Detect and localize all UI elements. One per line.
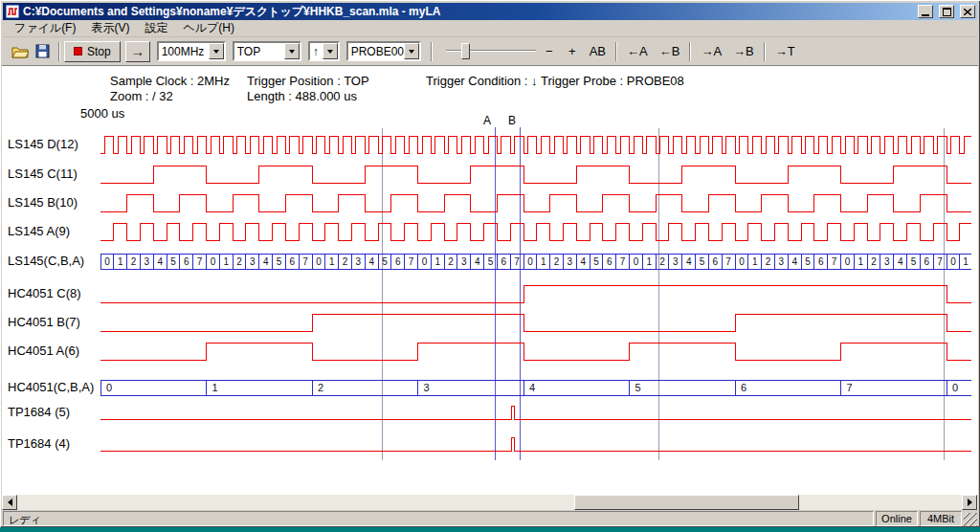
status-online: Online (876, 511, 918, 526)
bus-value: 2 (236, 256, 242, 267)
bus-value: 0 (845, 256, 851, 267)
bus-value: 1 (434, 256, 440, 267)
bus-value: 3 (145, 256, 150, 267)
waveform-plot[interactable]: AB01234567012345670123456701234567012345… (0, 0, 980, 495)
bus-value: 3 (779, 256, 785, 267)
bus-value: 4 (475, 256, 480, 267)
bus-value: 1 (118, 256, 123, 267)
arrow-right-icon (968, 499, 972, 506)
bus-value: 6 (741, 382, 746, 393)
bus-value: 3 (884, 256, 890, 267)
bus-value: 1 (329, 256, 335, 267)
bus-value: 5 (700, 256, 705, 267)
arrow-left-icon (8, 499, 12, 506)
scroll-left-button[interactable] (2, 495, 17, 510)
bus-value: 5 (635, 382, 641, 393)
bus-value: 5 (593, 256, 599, 267)
bus-value: 7 (197, 256, 203, 267)
bus-value: 5 (911, 256, 917, 267)
resize-grip[interactable] (964, 513, 977, 526)
bus-value: 0 (106, 382, 112, 393)
cursor-a-label: A (483, 114, 491, 127)
bus-value: 0 (422, 256, 428, 267)
waveform-hc4051-a-6 (100, 343, 971, 360)
bus-value: 2 (318, 382, 323, 393)
bus-value: 6 (818, 256, 824, 267)
bus-value: 3 (356, 256, 362, 267)
bus-value: 7 (832, 256, 837, 267)
waveform-tp1684-5 (100, 406, 971, 419)
status-message: レディ (3, 511, 874, 526)
bus-value: 0 (527, 256, 533, 267)
waveform-ls145-b-10 (100, 194, 971, 211)
bus-value: 2 (871, 256, 877, 267)
bus-value: 1 (963, 256, 969, 267)
bus-value: 4 (898, 256, 903, 267)
bus-value: 0 (211, 256, 216, 267)
waveform-ls145-d-12 (100, 136, 971, 153)
bus-value: 3 (568, 256, 573, 267)
waveform-hc4051-c-8 (100, 285, 971, 302)
bus-value: 7 (847, 382, 853, 393)
bus-value: 4 (368, 256, 374, 267)
bus-value: 1 (223, 256, 229, 267)
bus-value: 6 (924, 256, 930, 267)
bus-value: 7 (514, 256, 520, 267)
bus-value: 2 (448, 256, 454, 267)
bus-value: 6 (607, 256, 612, 267)
bus-value: 6 (184, 256, 189, 267)
bus-value: 5 (382, 256, 388, 267)
bus-value: 0 (634, 256, 639, 267)
bus-value: 2 (766, 256, 771, 267)
bus-value: 1 (541, 256, 546, 267)
scrollbar-thumb[interactable] (574, 495, 799, 510)
bus-value: 1 (212, 382, 218, 393)
status-memory: 4MBit (920, 511, 962, 526)
bus-value: 5 (488, 256, 494, 267)
bus-value: 7 (409, 256, 414, 267)
bus-value: 0 (316, 256, 322, 267)
bus-value: 3 (673, 256, 679, 267)
statusbar: レディ Online 4MBit (2, 511, 978, 526)
bus-value: 1 (752, 256, 758, 267)
waveform-tp1684-4 (100, 437, 971, 451)
bus-value: 3 (461, 256, 467, 267)
bus-value: 4 (157, 256, 163, 267)
bus-value: 0 (952, 382, 958, 393)
bus-value: 4 (686, 256, 692, 267)
bus-value: 4 (263, 256, 269, 267)
bus-value: 5 (277, 256, 282, 267)
bus-value: 5 (170, 256, 176, 267)
bus-value: 4 (791, 256, 797, 267)
bus-value: 2 (343, 256, 348, 267)
bus-value: 3 (250, 256, 256, 267)
bus-value: 0 (950, 256, 956, 267)
bus-value: 2 (554, 256, 560, 267)
app-window: C:¥Documents and Settings¥noname¥デスクトップ¥… (0, 0, 980, 527)
bus-value: 4 (580, 256, 586, 267)
waveform-ls145-a-9 (100, 223, 971, 240)
bus-value: 7 (302, 256, 308, 267)
bus-value: 6 (501, 256, 507, 267)
scroll-right-button[interactable] (962, 495, 977, 510)
bus-value: 7 (937, 256, 943, 267)
bus-value: 3 (424, 382, 430, 393)
bus-value: 6 (395, 256, 401, 267)
bus-value: 1 (858, 256, 863, 267)
horizontal-scrollbar[interactable] (2, 495, 978, 510)
cursor-b-label: B (508, 114, 516, 127)
bus-value: 2 (131, 256, 137, 267)
bus-value: 7 (725, 256, 731, 267)
bus-value: 6 (290, 256, 296, 267)
bus-value: 0 (739, 256, 745, 267)
bus-value: 6 (713, 256, 719, 267)
waveform-hc4051-b-7 (100, 314, 971, 331)
bus-value: 2 (659, 256, 665, 267)
bus-value: 5 (805, 256, 811, 267)
bus-value: 0 (104, 256, 110, 267)
waveform-ls145-c-11 (100, 166, 971, 183)
bus-value: 7 (620, 256, 626, 267)
bus-value: 1 (646, 256, 652, 267)
bus-value: 4 (529, 382, 535, 393)
